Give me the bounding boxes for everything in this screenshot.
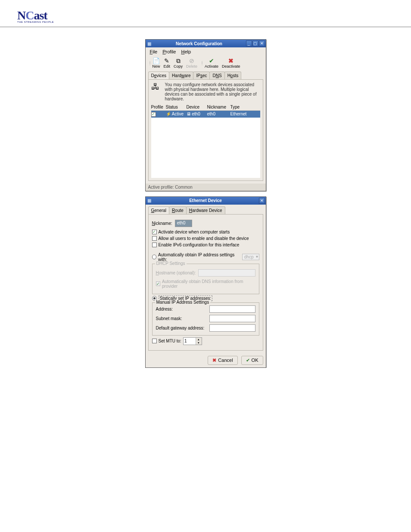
- grip-icon: ⋮⋮: [148, 58, 149, 68]
- col-device[interactable]: Device: [187, 105, 207, 109]
- row-type: Ethernet: [230, 112, 260, 117]
- mtu-checkbox[interactable]: [152, 339, 157, 343]
- manual-ip-fieldset: Manual IP Address Settings Address: Subn…: [152, 302, 259, 336]
- close-button[interactable]: ✕: [259, 40, 265, 47]
- menu-help[interactable]: Help: [178, 48, 193, 55]
- table-row[interactable]: ⚡ Active 🖥 eth0 eth0 Ethernet: [151, 111, 260, 118]
- edit-button[interactable]: ✎Edit: [162, 57, 172, 69]
- titlebar[interactable]: ▦ Ethernet Device ✕: [146, 197, 266, 205]
- gateway-label: Default gateway address:: [156, 326, 208, 330]
- auto-dns-checkbox: [156, 281, 161, 286]
- gateway-input[interactable]: [209, 324, 255, 332]
- address-input[interactable]: [209, 305, 255, 313]
- address-label: Address:: [156, 307, 208, 311]
- activate-button[interactable]: ✔Activate: [203, 57, 220, 69]
- cancel-icon: ✖: [212, 358, 216, 363]
- menubar: File Profile Help: [146, 47, 266, 56]
- deactivate-button[interactable]: ✖Deactivate: [221, 57, 242, 69]
- window-title: Network Configuration: [153, 41, 246, 46]
- mtu-label: Set MTU to:: [159, 339, 181, 343]
- ethernet-device-window: ▦ Ethernet Device ✕ General Route Hardwa…: [145, 196, 266, 368]
- devices-tab-body: 🖧 You may configure network devices asso…: [148, 79, 263, 181]
- ok-button[interactable]: ✔ OK: [241, 356, 263, 365]
- auto-ip-label: Automatically obtain IP address settings…: [158, 252, 240, 262]
- col-nickname[interactable]: Nickname: [207, 105, 230, 109]
- tab-route[interactable]: Route: [169, 206, 187, 214]
- hostname-input: [198, 269, 255, 277]
- ipv6-label: Enable IPv6 configuration for this inter…: [159, 243, 240, 247]
- nickname-input[interactable]: eth0: [175, 220, 192, 227]
- hostname-label: Hostname (optional):: [156, 271, 196, 275]
- minimize-button[interactable]: _: [246, 40, 252, 47]
- toolbar: ⋮⋮ 📄New ✎Edit ⧉Copy ⊘Delete ⋮⋮ ✔Activate…: [146, 56, 266, 70]
- ok-icon: ✔: [246, 358, 250, 363]
- table-header: Profile Status Device Nickname Type: [151, 104, 260, 111]
- delete-button[interactable]: ⊘Delete: [185, 57, 199, 69]
- copy-button[interactable]: ⧉Copy: [172, 57, 184, 69]
- dhcp-settings-fieldset: DHCP Settings Hostname (optional): Autom…: [152, 264, 259, 294]
- nickname-label: Nickname:: [152, 221, 172, 226]
- activate-on-start-label: Activate device when computer starts: [159, 230, 230, 234]
- info-row: 🖧 You may configure network devices asso…: [151, 82, 260, 101]
- row-profile-checkbox[interactable]: [151, 112, 166, 117]
- row-device: 🖥 eth0: [187, 112, 207, 117]
- tab-ipsec[interactable]: IPsec: [193, 72, 210, 79]
- col-profile[interactable]: Profile: [151, 105, 166, 109]
- table-empty-area: [151, 118, 260, 178]
- cancel-button[interactable]: ✖ Cancel: [208, 356, 237, 365]
- auto-ip-radio[interactable]: [152, 255, 157, 259]
- titlebar[interactable]: ▦ Network Configuration _ ▢ ✕: [146, 40, 266, 47]
- activate-on-start-checkbox[interactable]: [152, 230, 157, 234]
- row-status: ⚡ Active: [166, 112, 187, 117]
- network-config-window: ▦ Network Configuration _ ▢ ✕ File Profi…: [145, 39, 266, 191]
- mtu-input[interactable]: [184, 338, 196, 345]
- app-icon: ▦: [146, 198, 153, 203]
- mtu-down-icon[interactable]: ▾: [196, 341, 202, 345]
- menu-file[interactable]: File: [147, 48, 160, 55]
- separator-icon: ⋮⋮: [200, 58, 202, 68]
- devices-tabs: Devices Hardware IPsec DNS Hosts: [148, 72, 263, 79]
- tagline: THE STREAMING PEOPLE: [17, 21, 394, 23]
- info-text: You may configure network devices associ…: [165, 82, 260, 101]
- allow-users-label: Allow all users to enable and disable th…: [159, 236, 249, 241]
- row-nickname: eth0: [207, 112, 230, 117]
- close-button[interactable]: ✕: [259, 198, 265, 204]
- general-tab-body: Nickname: eth0 Activate device when comp…: [148, 214, 263, 351]
- new-button[interactable]: 📄New: [151, 57, 162, 69]
- maximize-button[interactable]: ▢: [252, 40, 258, 47]
- tab-hosts[interactable]: Hosts: [224, 72, 242, 79]
- network-icon: 🖧: [151, 82, 162, 101]
- app-icon: ▦: [146, 41, 153, 46]
- ipv6-checkbox[interactable]: [152, 243, 157, 247]
- tab-hardware-device[interactable]: Hardware Device: [186, 206, 225, 214]
- menu-profile[interactable]: Profile: [160, 48, 178, 55]
- col-type[interactable]: Type: [230, 105, 260, 109]
- mtu-up-icon[interactable]: ▴: [196, 338, 202, 341]
- tab-devices[interactable]: Devices: [148, 72, 170, 79]
- subnet-input[interactable]: [209, 315, 255, 322]
- manual-ip-legend: Manual IP Address Settings: [155, 300, 211, 305]
- tab-general[interactable]: General: [148, 206, 170, 214]
- mtu-spinner[interactable]: ▴▾: [183, 337, 202, 345]
- dhcp-legend: DHCP Settings: [155, 261, 187, 266]
- tab-hardware[interactable]: Hardware: [169, 72, 193, 79]
- page-header: NCast THE STREAMING PEOPLE: [0, 0, 411, 27]
- col-status[interactable]: Status: [166, 105, 187, 109]
- ip-mode-dropdown: dhcp: [242, 254, 259, 260]
- eth-tabs: General Route Hardware Device: [148, 206, 263, 214]
- window-title: Ethernet Device: [153, 198, 259, 203]
- tab-dns[interactable]: DNS: [209, 72, 224, 79]
- status-bar: Active profile: Common: [146, 184, 266, 191]
- allow-users-checkbox[interactable]: [152, 236, 157, 241]
- button-bar: ✖ Cancel ✔ OK: [146, 353, 266, 367]
- auto-dns-label: Automatically obtain DNS information fro…: [162, 279, 255, 289]
- subnet-label: Subnet mask:: [156, 316, 208, 321]
